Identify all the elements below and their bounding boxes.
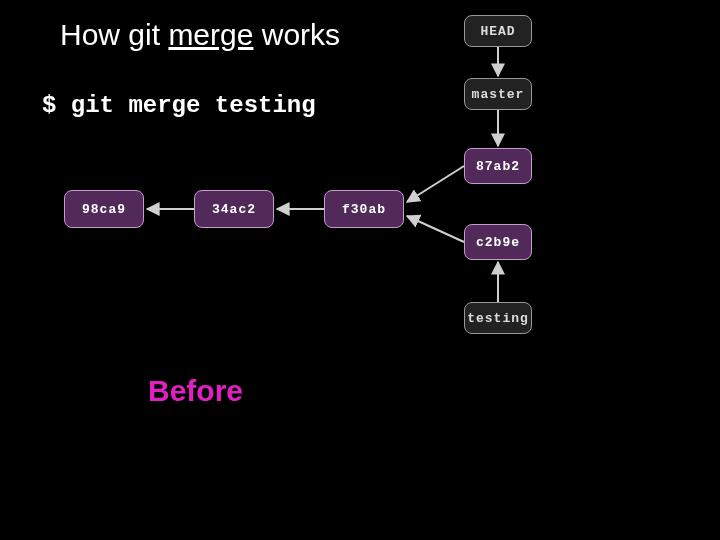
title-underline: merge — [168, 18, 253, 51]
title-prefix: How git — [60, 18, 168, 51]
node-34ac2: 34ac2 — [194, 190, 274, 228]
title-suffix: works — [253, 18, 340, 51]
command-text: $ git merge testing — [42, 92, 316, 119]
node-label: f30ab — [342, 202, 386, 217]
node-label: master — [472, 87, 525, 102]
before-label: Before — [148, 374, 243, 408]
node-master: master — [464, 78, 532, 110]
node-87ab2: 87ab2 — [464, 148, 532, 184]
node-label: 87ab2 — [476, 159, 520, 174]
node-label: 34ac2 — [212, 202, 256, 217]
node-98ca9: 98ca9 — [64, 190, 144, 228]
slide-title: How git merge works — [60, 18, 340, 52]
node-c2b9e: c2b9e — [464, 224, 532, 260]
edge-87ab2-f30ab — [407, 166, 464, 202]
node-label: 98ca9 — [82, 202, 126, 217]
edge-c2b9e-f30ab — [407, 216, 464, 242]
node-f30ab: f30ab — [324, 190, 404, 228]
node-testing: testing — [464, 302, 532, 334]
node-label: HEAD — [480, 24, 515, 39]
arrows-layer — [0, 0, 720, 540]
node-label: c2b9e — [476, 235, 520, 250]
node-head: HEAD — [464, 15, 532, 47]
node-label: testing — [467, 311, 529, 326]
